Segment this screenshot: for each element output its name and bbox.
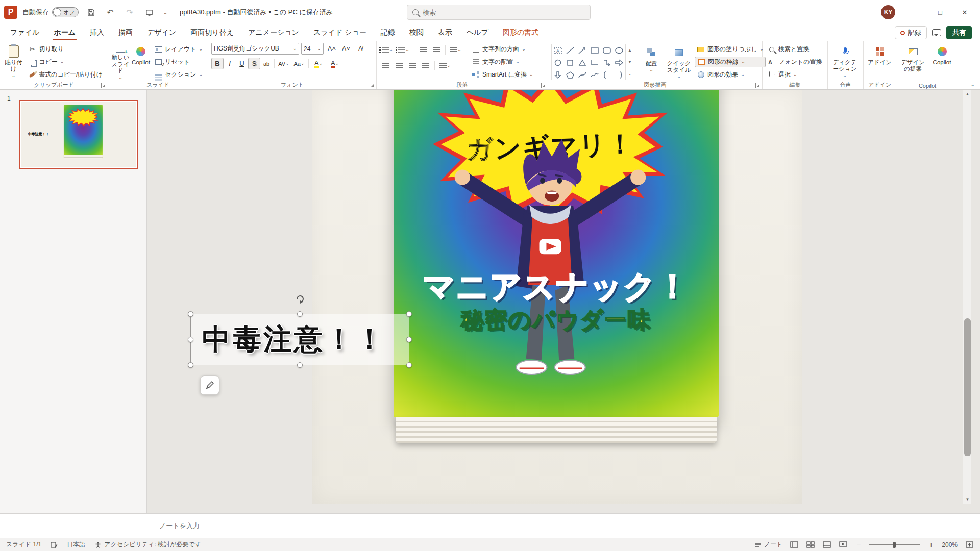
comments-icon[interactable]	[932, 29, 941, 36]
shape-square-icon[interactable]	[564, 57, 576, 69]
shape-triangle-icon[interactable]	[576, 57, 589, 69]
tab-draw[interactable]: 描画	[111, 26, 140, 40]
shapes-scroll-up-icon[interactable]: ▲	[626, 44, 634, 56]
snack-bag-image[interactable]: ガンギマリ！	[394, 90, 719, 443]
copilot-big-button[interactable]: Copilot	[928, 43, 955, 80]
zoom-slider[interactable]	[869, 544, 920, 545]
align-left-button[interactable]	[380, 60, 392, 71]
character-spacing-button[interactable]: AV⌄	[276, 58, 291, 69]
slide-sorter-view-button[interactable]	[806, 541, 815, 548]
paste-button[interactable]: 貼り付け ⌄	[3, 43, 24, 80]
paste-dropdown-icon[interactable]: ⌄	[12, 73, 16, 78]
close-button[interactable]: ✕	[953, 2, 976, 22]
align-center-button[interactable]	[393, 60, 405, 71]
strikethrough-button[interactable]: ab	[260, 58, 273, 69]
zoom-slider-thumb[interactable]	[893, 542, 896, 548]
slide-canvas[interactable]: ガンギマリ！	[147, 90, 971, 504]
resize-handle-e[interactable]	[406, 337, 412, 342]
align-right-button[interactable]	[406, 60, 419, 71]
italic-button[interactable]: I	[224, 58, 236, 69]
design-ideas-button[interactable]: デザインの提案	[899, 43, 926, 80]
tab-slideshow[interactable]: スライド ショー	[306, 26, 374, 40]
tab-help[interactable]: ヘルプ	[459, 26, 496, 40]
resize-handle-w[interactable]	[188, 337, 193, 342]
copilot-button[interactable]: Copilot	[132, 43, 150, 80]
shape-brace-icon[interactable]	[613, 69, 625, 81]
shape-pentagon-icon[interactable]	[564, 69, 576, 81]
line-spacing-button[interactable]: ⌄	[448, 44, 463, 56]
shape-scribble-icon[interactable]	[589, 69, 601, 81]
shape-textbox-icon[interactable]: A	[552, 44, 564, 57]
quick-access-dropdown-icon[interactable]: ⌄	[161, 10, 169, 15]
accessibility-status[interactable]: アクセシビリティ: 検討が必要です	[94, 540, 201, 549]
section-button[interactable]: セクション ⌄	[152, 69, 205, 80]
ink-replay-button[interactable]	[200, 375, 219, 395]
tab-review[interactable]: 校閲	[402, 26, 431, 40]
find-replace-button[interactable]: 検索と置換	[766, 44, 824, 55]
resize-handle-se[interactable]	[406, 362, 412, 368]
tab-file[interactable]: ファイル	[3, 26, 46, 40]
shape-elbow-arrow-icon[interactable]	[601, 57, 613, 69]
resize-handle-n[interactable]	[297, 311, 303, 317]
underline-button[interactable]: U	[236, 58, 248, 69]
textbox-text[interactable]: 中毒注意！！	[202, 320, 386, 359]
select-button[interactable]: 選択 ⌄	[766, 69, 824, 80]
zoom-level[interactable]: 200%	[942, 541, 958, 548]
tab-shape-format[interactable]: 図形の書式	[496, 26, 546, 40]
shape-bracket-icon[interactable]	[601, 69, 613, 81]
selected-textbox[interactable]: 中毒注意！！	[190, 314, 409, 365]
text-shadow-button[interactable]: S	[248, 58, 260, 69]
slide-surface[interactable]: ガンギマリ！	[312, 90, 802, 504]
shrink-font-button[interactable]: A˅	[340, 43, 352, 55]
grow-font-button[interactable]: A˄	[326, 43, 338, 55]
powerpoint-logo-icon[interactable]: P	[4, 6, 17, 19]
arrange-button[interactable]: 配置 ⌄	[638, 44, 665, 80]
numbering-button[interactable]: ⌄	[396, 44, 411, 56]
decrease-indent-button[interactable]	[417, 44, 429, 56]
user-avatar[interactable]: KY	[881, 5, 895, 19]
reset-button[interactable]: リセット	[152, 57, 205, 68]
cut-button[interactable]: ✂ 切り取り	[26, 44, 105, 55]
search-box[interactable]	[407, 5, 591, 20]
justify-button[interactable]	[420, 60, 432, 71]
convert-smartart-button[interactable]: SmartArt に変換 ⌄	[470, 69, 535, 80]
shapes-gallery[interactable]: A	[551, 44, 626, 80]
touch-mode-icon[interactable]	[142, 5, 156, 19]
undo-button[interactable]: ↶	[103, 5, 117, 19]
shape-right-arrow-icon[interactable]	[613, 57, 625, 69]
shape-rounded-rectangle-icon[interactable]	[601, 44, 613, 57]
shapes-more-icon[interactable]: ⌄	[626, 68, 634, 80]
shape-outline-button[interactable]: 図形の枠線 ⌄	[695, 57, 766, 68]
slide-thumbnail[interactable]: 中毒注意！！	[19, 100, 138, 169]
notes-placeholder[interactable]: ノートを入力	[159, 521, 200, 531]
scroll-down-icon[interactable]: ▼	[963, 495, 971, 504]
tab-home[interactable]: ホーム	[46, 26, 83, 40]
zoom-out-button[interactable]: −	[855, 541, 862, 549]
bold-button[interactable]: B	[211, 58, 224, 69]
shape-effects-button[interactable]: 図形の効果 ⌄	[695, 69, 766, 80]
align-text-button[interactable]: 文字の配置 ⌄	[470, 57, 535, 68]
bullets-button[interactable]: ⌄	[380, 44, 395, 56]
shape-arrow-line-icon[interactable]	[576, 44, 589, 57]
tab-design[interactable]: デザイン	[140, 26, 183, 40]
tab-transitions[interactable]: 画面切り替え	[183, 26, 241, 40]
shape-fill-button[interactable]: 図形の塗りつぶし ⌄	[695, 44, 766, 55]
shape-circle-icon[interactable]	[552, 57, 564, 69]
addins-button[interactable]: アドイン	[867, 43, 893, 80]
tab-record[interactable]: 記録	[374, 26, 402, 40]
dictate-button[interactable]: ディクテーション ⌄	[831, 43, 859, 80]
change-case-button[interactable]: Aa⌄	[291, 58, 307, 69]
resize-handle-s[interactable]	[297, 362, 303, 368]
autosave-toggle[interactable]: オフ	[52, 7, 79, 17]
zoom-in-button[interactable]: +	[927, 541, 935, 549]
paragraph-dialog-launcher[interactable]	[541, 83, 546, 88]
resize-handle-ne[interactable]	[406, 311, 412, 317]
vertical-scrollbar[interactable]: ▲ ▼	[963, 90, 971, 504]
redo-button[interactable]: ↷	[122, 5, 137, 19]
new-slide-button[interactable]: 新しいスライド ⌄	[111, 43, 130, 80]
autosave-control[interactable]: 自動保存 オフ	[22, 7, 79, 17]
record-button[interactable]: 記録	[895, 26, 927, 39]
format-painter-button[interactable]: 書式のコピー/貼り付け	[26, 69, 105, 80]
text-direction-button[interactable]: 文字列の方向 ⌄	[470, 44, 535, 55]
shape-oval-icon[interactable]	[613, 44, 625, 57]
